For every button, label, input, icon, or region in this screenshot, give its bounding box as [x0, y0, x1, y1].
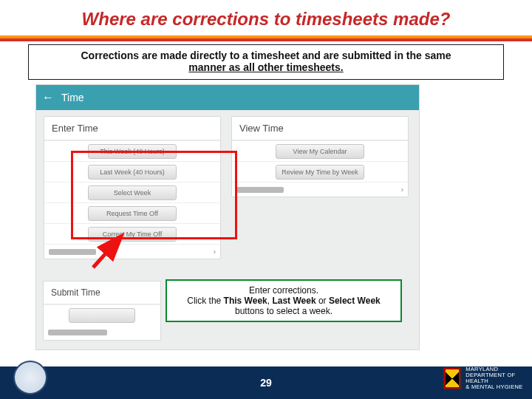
- back-icon[interactable]: ←: [42, 91, 54, 104]
- callout-line2: Click the This Week, Last Week or Select…: [174, 296, 393, 306]
- correct-my-time-off-button[interactable]: Correct My Time Off: [88, 227, 177, 242]
- logo-line: & MENTAL HYGIENE: [466, 384, 525, 390]
- enter-time-card: Enter Time This Week (40 Hours) Last Wee…: [44, 116, 221, 259]
- maryland-dhmh-logo: MARYLAND DEPARTMENT OF HEALTH & MENTAL H…: [443, 362, 525, 395]
- review-my-time-button[interactable]: Review My Time by Week: [276, 165, 364, 180]
- accent-bar: [0, 35, 532, 41]
- progress-bar: [49, 249, 96, 255]
- maryland-flag-icon: [443, 367, 461, 389]
- wd-title: Time: [61, 92, 84, 103]
- instruction-callout: Enter corrections. Click the This Week, …: [166, 279, 402, 322]
- logo-text: MARYLAND DEPARTMENT OF HEALTH & MENTAL H…: [466, 366, 525, 390]
- state-seal-icon: [13, 361, 47, 395]
- callout-bold: Last Week: [272, 296, 316, 306]
- view-my-calendar-button[interactable]: View My Calendar: [276, 144, 364, 159]
- subtitle-line1: Corrections are made directly to a times…: [81, 50, 451, 61]
- logo-line: DEPARTMENT OF HEALTH: [466, 372, 525, 384]
- chevron-right-icon: ›: [214, 248, 216, 256]
- request-time-off-button[interactable]: Request Time Off: [88, 206, 177, 221]
- view-time-heading: View Time: [232, 117, 408, 140]
- submit-button[interactable]: [69, 308, 135, 323]
- progress-bar: [48, 330, 107, 335]
- callout-line1: Enter corrections.: [174, 285, 393, 296]
- page-number: 29: [260, 377, 272, 389]
- subtitle-box: Corrections are made directly to a times…: [28, 44, 504, 80]
- submit-time-heading: Submit Time: [44, 282, 160, 304]
- callout-bold: Select Week: [329, 296, 381, 306]
- this-week-button[interactable]: This Week (40 Hours): [88, 144, 177, 159]
- submit-time-card: Submit Time: [43, 281, 161, 341]
- callout-bold: This Week: [224, 296, 267, 306]
- chevron-right-icon: ›: [401, 185, 403, 194]
- view-time-card: View Time View My Calendar Review My Tim…: [231, 116, 409, 197]
- callout-text: Click the: [187, 296, 223, 306]
- subtitle-line2: manner as all other timesheets.: [188, 61, 343, 73]
- progress-bar: [236, 187, 284, 193]
- enter-time-heading: Enter Time: [44, 117, 220, 140]
- last-week-button[interactable]: Last Week (40 Hours): [88, 165, 177, 180]
- select-week-button[interactable]: Select Week: [88, 185, 177, 200]
- slide-title: Where are corrections to timesheets made…: [0, 9, 532, 30]
- wd-header: ← Time: [36, 85, 419, 110]
- callout-line3: buttons to select a week.: [174, 306, 393, 316]
- callout-text: or: [316, 296, 329, 306]
